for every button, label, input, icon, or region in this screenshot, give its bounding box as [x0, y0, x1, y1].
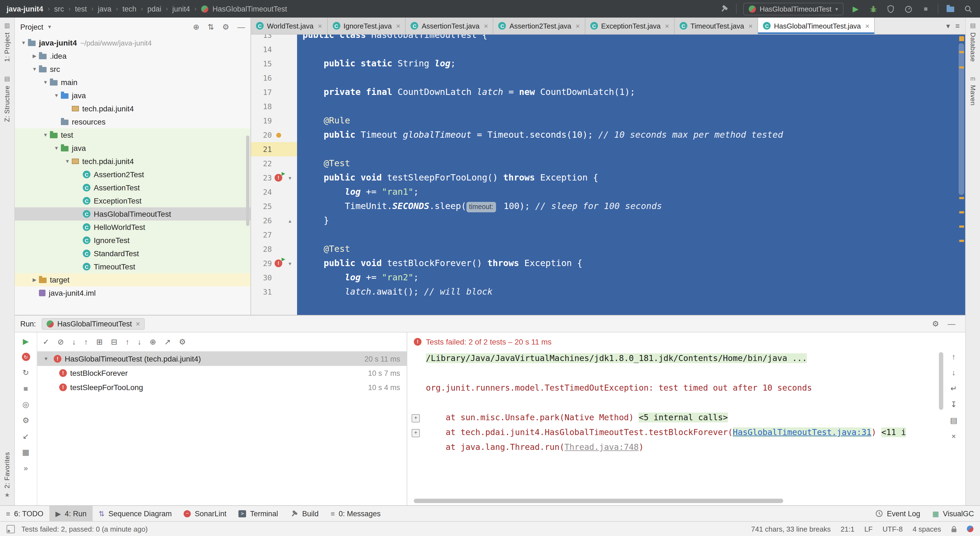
- console-vertical-scrollbar[interactable]: [939, 352, 943, 494]
- expand-all-icon[interactable]: ⊞: [96, 337, 102, 346]
- project-tree-item[interactable]: ▶.idea: [15, 49, 250, 62]
- coverage-button[interactable]: [885, 3, 896, 14]
- import-test-results-icon[interactable]: ↙: [22, 432, 29, 440]
- project-tree-item[interactable]: ▼java: [15, 89, 250, 102]
- project-tree-item[interactable]: ▼main: [15, 76, 250, 89]
- editor-tab[interactable]: CWorldTest.java×: [251, 18, 328, 34]
- hide-panel-icon[interactable]: —: [237, 22, 245, 31]
- tool-stripe-item[interactable]: ▥1: Project: [3, 22, 11, 62]
- scroll-to-top-icon[interactable]: ↑: [952, 352, 956, 361]
- test-history-icon[interactable]: ⚙: [22, 416, 29, 424]
- fold-expand-icon[interactable]: +: [412, 414, 420, 423]
- search-everywhere-icon[interactable]: [963, 3, 974, 14]
- sort-alphabetically-icon[interactable]: ↑: [84, 337, 88, 346]
- tree-arrow-icon[interactable]: ▼: [41, 356, 51, 362]
- editor-error-stripe[interactable]: [958, 35, 965, 315]
- code-line[interactable]: 17 private final CountDownLatch latch = …: [251, 85, 965, 99]
- scroll-to-bottom-icon[interactable]: ↓: [952, 368, 956, 377]
- project-tree-item[interactable]: CAssertion2Test: [15, 168, 250, 181]
- editor-scrollbar-thumb[interactable]: [959, 43, 964, 195]
- code-line[interactable]: 30 log += "ran2";: [251, 270, 965, 285]
- bottom-bar-item[interactable]: Build: [284, 506, 325, 521]
- project-scrollbar[interactable]: [246, 136, 250, 226]
- show-passed-icon[interactable]: ✓: [43, 337, 49, 346]
- code-line[interactable]: 18: [251, 99, 965, 113]
- editor-tab[interactable]: CAssertion2Test.java×: [493, 18, 585, 34]
- editor-tab[interactable]: CIgnoreTest.java×: [328, 18, 406, 34]
- project-panel-title[interactable]: Project: [20, 23, 43, 31]
- toolwindow-toggle-icon[interactable]: [6, 525, 15, 533]
- tool-stripe-item[interactable]: ▤Database: [969, 22, 977, 62]
- next-failed-test-icon[interactable]: ↓: [138, 337, 142, 346]
- locate-file-icon[interactable]: ⊕: [193, 22, 199, 31]
- close-icon[interactable]: ×: [136, 319, 140, 328]
- test-tree-item[interactable]: !testSleepForTooLong10 s 4 ms: [37, 380, 407, 394]
- toggle-auto-test-icon[interactable]: ↻: [22, 368, 29, 377]
- build-hammer-icon[interactable]: [719, 3, 730, 14]
- navigate-to-source-icon[interactable]: ⊕: [150, 337, 156, 346]
- close-tab-icon[interactable]: ×: [748, 22, 752, 30]
- code-line[interactable]: 14: [251, 42, 965, 56]
- project-tree-item[interactable]: java-junit4.iml: [15, 286, 250, 300]
- status-info[interactable]: 741 chars, 33 line breaks: [751, 525, 831, 533]
- collapse-all-icon[interactable]: ⊟: [111, 337, 117, 346]
- bottom-bar-item[interactable]: −SonarLint: [178, 506, 233, 521]
- tabs-menu-icon[interactable]: ≡: [955, 22, 960, 30]
- breadcrumb-item[interactable]: junit4: [172, 5, 190, 13]
- project-tree-item[interactable]: CExceptionTest: [15, 194, 250, 207]
- close-tab-icon[interactable]: ×: [396, 22, 400, 30]
- editor-tab[interactable]: CAssertionTest.java×: [406, 18, 493, 34]
- test-tree-item[interactable]: ▼!HasGlobalTimeoutTest (tech.pdai.junit4…: [37, 352, 407, 366]
- tree-arrow-icon[interactable]: ▶: [30, 53, 39, 59]
- project-tree-item[interactable]: resources: [15, 115, 250, 128]
- tree-arrow-icon[interactable]: ▼: [30, 66, 39, 72]
- code-line[interactable]: 23!▶▾ public void testSleepForTooLong() …: [251, 171, 965, 185]
- close-tab-icon[interactable]: ×: [665, 22, 669, 30]
- project-tree-item[interactable]: ▼test: [15, 128, 250, 142]
- close-tab-icon[interactable]: ×: [484, 22, 488, 30]
- close-tab-icon[interactable]: ×: [576, 22, 580, 30]
- breadcrumb-item[interactable]: tech: [123, 5, 137, 13]
- project-tree-item[interactable]: ▼java-junit4 ~/pdai/www/java-junit4: [15, 36, 250, 49]
- fold-icon[interactable]: ▾: [285, 175, 295, 181]
- clear-all-icon[interactable]: ×: [951, 432, 956, 440]
- rerun-failed-tests-icon[interactable]: ↻: [22, 353, 30, 361]
- bottom-bar-item[interactable]: ≡6: TODO: [0, 506, 49, 521]
- close-tab-icon[interactable]: ×: [865, 22, 869, 30]
- lock-icon[interactable]: [951, 525, 957, 533]
- tree-arrow-icon[interactable]: ▼: [41, 80, 50, 85]
- breadcrumb-item[interactable]: pdai: [148, 5, 161, 13]
- console-output[interactable]: /Library/Java/JavaVirtualMachines/jdk1.8…: [407, 351, 965, 505]
- status-info[interactable]: UTF-8: [883, 525, 903, 533]
- bottom-bar-item[interactable]: >Terminal: [232, 506, 284, 521]
- code-line[interactable]: 19 @Rule: [251, 113, 965, 128]
- chevron-down-icon[interactable]: ▼: [47, 24, 52, 30]
- editor-tab[interactable]: CExceptionTest.java×: [585, 18, 675, 34]
- print-icon[interactable]: ▤: [950, 416, 957, 424]
- editor-tab[interactable]: CTimeoutTest.java×: [675, 18, 758, 34]
- export-test-results-icon[interactable]: ↗: [164, 337, 170, 346]
- status-info[interactable]: 4 spaces: [913, 525, 941, 533]
- test-failed-icon[interactable]: !▶: [275, 174, 282, 182]
- settings-icon[interactable]: ⚙: [222, 22, 229, 31]
- code-line[interactable]: 27: [251, 228, 965, 242]
- run-tab[interactable]: HasGlobalTimeoutTest ×: [41, 318, 145, 329]
- status-message[interactable]: Tests failed: 2, passed: 0 (a minute ago…: [21, 525, 148, 533]
- view-options-icon[interactable]: ⇅: [207, 22, 214, 31]
- breadcrumb-item[interactable]: HasGlobalTimeoutTest: [212, 5, 287, 13]
- code-line[interactable]: 16: [251, 71, 965, 85]
- scroll-to-end-icon[interactable]: ↧: [950, 400, 957, 409]
- indicator-icon[interactable]: [967, 526, 974, 532]
- settings-icon[interactable]: ⚙: [932, 319, 939, 328]
- tree-arrow-icon[interactable]: ▼: [41, 132, 50, 138]
- fold-icon[interactable]: ▾: [285, 260, 295, 266]
- open-folder-icon[interactable]: [945, 3, 956, 14]
- project-tree-item[interactable]: CAssertionTest: [15, 181, 250, 194]
- bottom-bar-item[interactable]: ≡0: Messages: [325, 506, 387, 521]
- project-tree-item[interactable]: tech.pdai.junit4: [15, 102, 250, 115]
- more-options-icon[interactable]: »: [24, 464, 28, 472]
- tree-arrow-icon[interactable]: ▼: [52, 145, 61, 151]
- code-line[interactable]: 22 @Test: [251, 156, 965, 171]
- code-line[interactable]: 20 public Timeout globalTimeout = Timeou…: [251, 128, 965, 142]
- bottom-bar-item[interactable]: Event Log: [869, 506, 926, 521]
